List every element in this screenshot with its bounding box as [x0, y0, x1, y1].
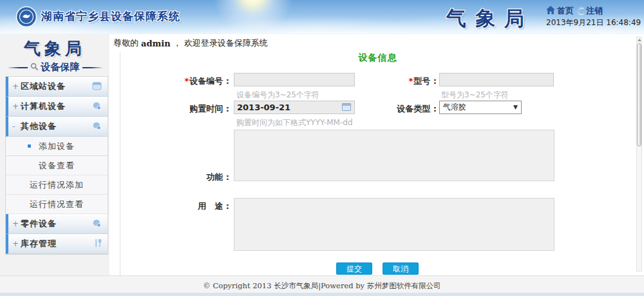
system-title: 湖南省宁乡县设备保障系统 — [41, 9, 180, 24]
magnifier-icon — [30, 61, 39, 74]
sidebar-item-label: 区域站设备 — [21, 81, 92, 92]
submenu-item-label: 设备查看 — [39, 161, 75, 170]
device-no-label: *设备编号 : — [126, 75, 229, 87]
sidebar-menu: + 区域站设备 + 计算机设备 - 其他设备 — [5, 76, 108, 255]
model-hint: 型号为3~25个字符 — [441, 90, 509, 101]
footer: © Copyright 2013 长沙市气象局|Powered by 苏州梦图软… — [0, 275, 644, 296]
content-scrollbar[interactable] — [636, 37, 642, 271]
window-icon — [92, 81, 102, 93]
submenu-item-add-running-status[interactable]: 运行情况添加 — [6, 175, 108, 195]
sidebar-logo-title: 气象局 — [0, 37, 109, 60]
welcome-bar: 尊敬的 admin ， 欢迎登录设备保障系统 — [109, 34, 644, 52]
submit-button[interactable]: 提交 — [336, 262, 372, 275]
comment-icon — [92, 121, 102, 133]
scroll-up-arrow-icon[interactable] — [638, 39, 641, 41]
purchase-date-label: 购置时间 : — [126, 103, 229, 115]
copyright-text: © Copyright 2013 长沙市气象局|Powered by 苏州梦图软… — [0, 281, 644, 291]
submenu-item-view-devices[interactable]: 设备查看 — [6, 156, 108, 175]
home-label: 首页 — [557, 5, 574, 17]
expand-plus-icon: + — [12, 82, 21, 91]
welcome-suffix: ， 欢迎登录设备保障系统 — [173, 37, 268, 49]
collapse-minus-icon: - — [12, 122, 21, 131]
expand-plus-icon: + — [12, 239, 21, 248]
sidebar-item-computer-devices[interactable]: + 计算机设备 — [6, 97, 108, 117]
purchase-date-hint: 购置时间为如下格式YYYY-MM-dd — [236, 117, 353, 128]
device-type-select[interactable]: 气溶胶 ▼ — [439, 101, 522, 114]
function-textarea[interactable] — [234, 130, 554, 181]
device-no-input[interactable] — [234, 73, 355, 86]
page: 湖南省宁乡县设备保障系统 气象局 首页 C 注销 2013年9月21日 16:4… — [0, 0, 644, 296]
purpose-label: 用 途 : — [126, 201, 229, 212]
device-form-panel: 设备信息 *设备编号 : *型号 : 设备编号为3~25个字符 型号为3~25个… — [120, 52, 635, 275]
submenu-item-view-running-status[interactable]: 运行情况查看 — [6, 195, 108, 214]
logout-link[interactable]: C 注销 — [577, 5, 603, 17]
function-label: 功能 : — [126, 172, 229, 183]
sidebar-submenu-other-devices: 添加设备 设备查看 运行情况添加 运行情况查看 — [6, 137, 108, 214]
decor-rule-right — [82, 67, 103, 68]
bureau-title: 气象局 — [446, 5, 533, 32]
logout-label: 注销 — [586, 5, 603, 17]
purpose-textarea[interactable] — [234, 198, 554, 251]
expand-plus-icon: + — [12, 219, 21, 228]
logout-icon: C — [577, 5, 584, 17]
sidebar-item-parts-devices[interactable]: + 零件设备 — [6, 214, 108, 234]
expand-plus-icon: + — [12, 102, 21, 111]
comment-icon — [92, 218, 102, 230]
submenu-item-label: 添加设备 — [39, 141, 75, 151]
comment-icon — [92, 101, 102, 113]
cancel-button[interactable]: 取消 — [383, 262, 419, 275]
model-input[interactable] — [439, 73, 554, 86]
model-label: *型号 : — [372, 75, 437, 87]
bureau-emblem-icon — [15, 6, 37, 30]
main-content: 尊敬的 admin ， 欢迎登录设备保障系统 设备信息 *设备编号 : *型号 … — [109, 34, 644, 275]
device-no-hint: 设备编号为3~25个字符 — [236, 90, 319, 101]
utensils-icon — [94, 238, 102, 250]
username: admin — [141, 39, 171, 48]
scrollbar-thumb[interactable] — [637, 43, 641, 146]
datetime: 2013年9月21日 16:48:49 — [546, 17, 641, 28]
submenu-item-label: 运行情况添加 — [30, 180, 84, 190]
required-marker: * — [408, 76, 413, 86]
sidebar-item-label: 零件设备 — [21, 218, 92, 230]
device-type-label: 设备类型 : — [372, 103, 437, 115]
home-icon — [546, 6, 555, 16]
sidebar-item-label: 其他设备 — [21, 121, 92, 132]
device-type-value: 气溶胶 — [443, 103, 466, 112]
purchase-date-input[interactable] — [234, 101, 355, 114]
form-title: 设备信息 — [120, 52, 635, 64]
sidebar-item-region-station-devices[interactable]: + 区域站设备 — [6, 77, 108, 97]
welcome-prefix: 尊敬的 — [113, 37, 138, 49]
chevron-down-icon: ▼ — [513, 101, 518, 113]
sidebar-item-label: 库存管理 — [21, 238, 94, 250]
sidebar-item-label: 计算机设备 — [21, 101, 92, 112]
submenu-item-add-device[interactable]: 添加设备 — [6, 137, 108, 156]
submenu-item-label: 运行情况查看 — [30, 199, 84, 209]
sidebar: 气象局 设备保障 + 区域站设备 + 计算机设备 — [0, 34, 109, 275]
footer-strip — [0, 293, 644, 296]
required-marker: * — [184, 76, 189, 86]
decor-rule-left — [7, 67, 28, 68]
sidebar-logo: 气象局 设备保障 — [0, 34, 109, 74]
sidebar-logo-subtitle: 设备保障 — [41, 61, 80, 74]
home-link[interactable]: 首页 — [546, 5, 574, 17]
sidebar-item-other-devices[interactable]: - 其他设备 — [6, 117, 108, 137]
top-banner: 湖南省宁乡县设备保障系统 气象局 首页 C 注销 2013年9月21日 16:4… — [0, 0, 644, 34]
selected-bullet-icon — [28, 144, 31, 148]
calendar-icon[interactable] — [342, 103, 351, 111]
sidebar-item-inventory-management[interactable]: + 库存管理 — [6, 234, 108, 254]
